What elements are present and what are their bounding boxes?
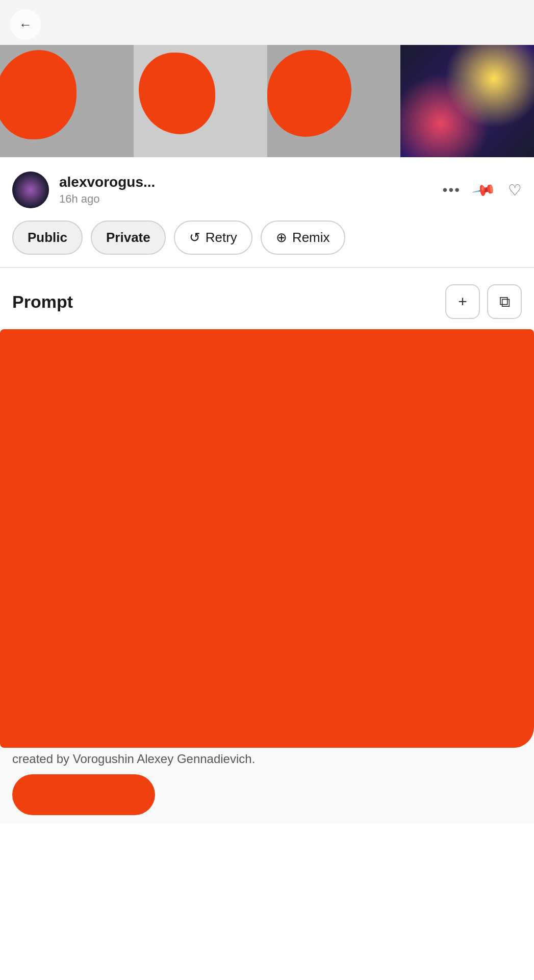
- back-button[interactable]: ←: [10, 9, 41, 40]
- username[interactable]: alexvorogus...: [59, 174, 443, 190]
- more-button[interactable]: •••: [443, 182, 461, 198]
- remix-label: Remix: [292, 230, 330, 246]
- user-actions: ••• 📌 ♡: [443, 181, 522, 199]
- image-thumb-2[interactable]: [134, 45, 267, 157]
- image-thumb-1[interactable]: [0, 45, 134, 157]
- time-ago: 16h ago: [59, 192, 443, 206]
- retry-icon: ↺: [189, 230, 200, 246]
- retry-label: Retry: [206, 230, 237, 246]
- heart-icon[interactable]: ♡: [508, 181, 522, 199]
- pin-icon[interactable]: 📌: [471, 177, 497, 203]
- image-thumb-4[interactable]: [400, 45, 534, 157]
- remix-icon: ⊕: [276, 230, 287, 246]
- user-info-section: alexvorogus... 16h ago ••• 📌 ♡: [0, 157, 534, 216]
- prompt-section: Prompt + ⧉: [0, 268, 534, 740]
- footer-section: created by Vorogushin Alexey Gennadievic…: [0, 740, 534, 823]
- prompt-actions: + ⧉: [445, 284, 522, 319]
- prompt-header: Prompt + ⧉: [12, 284, 522, 319]
- back-icon: ←: [19, 17, 32, 33]
- user-text: alexvorogus... 16h ago: [59, 174, 443, 206]
- public-button[interactable]: Public: [12, 220, 83, 255]
- public-label: Public: [28, 230, 67, 246]
- private-button[interactable]: Private: [91, 220, 166, 255]
- prompt-redact-overlay: [0, 329, 534, 748]
- top-bar: ←: [0, 0, 534, 45]
- retry-button[interactable]: ↺ Retry: [174, 220, 252, 255]
- prompt-title: Prompt: [12, 292, 73, 312]
- remix-button[interactable]: ⊕ Remix: [261, 220, 345, 255]
- image-thumb-3[interactable]: [267, 45, 401, 157]
- private-label: Private: [106, 230, 150, 246]
- footer-redact-overlay: [12, 774, 155, 815]
- copy-prompt-button[interactable]: ⧉: [487, 284, 522, 319]
- action-row: Public Private ↺ Retry ⊕ Remix: [0, 216, 534, 267]
- image-strip: [0, 45, 534, 157]
- prompt-content: [12, 329, 522, 727]
- copy-icon: ⧉: [499, 293, 510, 311]
- avatar[interactable]: [12, 172, 49, 208]
- plus-icon: +: [458, 293, 467, 310]
- add-prompt-button[interactable]: +: [445, 284, 480, 319]
- footer-credit: created by Vorogushin Alexey Gennadievic…: [12, 752, 522, 766]
